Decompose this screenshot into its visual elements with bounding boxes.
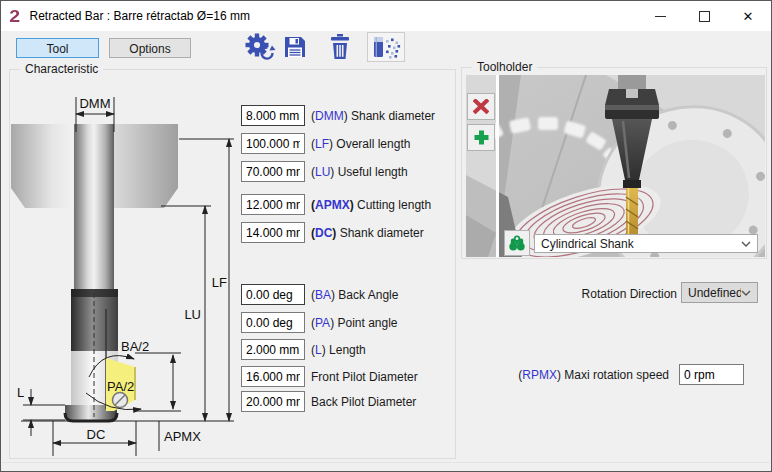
title-bar: 2 Retracted Bar : Barre rétractab Ø=16 m…	[1, 1, 771, 31]
rotation-direction-label: Rotation Direction	[521, 287, 677, 301]
back-pilot-input[interactable]	[241, 391, 305, 412]
lu-label: (LU) Useful length	[311, 165, 408, 179]
update-settings-icon	[244, 33, 276, 61]
dmm-input[interactable]	[241, 105, 305, 126]
tool-diagram: DMM LF LU BA/2 PA/2 L DC APMX	[11, 79, 241, 459]
maximize-button[interactable]	[682, 1, 726, 31]
characteristic-group-title: Characteristic	[20, 62, 103, 76]
bottom-divider	[2, 462, 770, 463]
diagram-label-ba2: BA/2	[121, 339, 149, 354]
delete-icon	[328, 34, 352, 60]
field-row-front-pilot: Front Pilot Diameter	[241, 366, 418, 387]
apmx-input[interactable]	[241, 194, 305, 215]
save-icon	[283, 35, 307, 59]
tool-editor-window: 2 Retracted Bar : Barre rétractab Ø=16 m…	[0, 0, 772, 472]
field-row-pa: (PA) Point angle	[241, 312, 398, 333]
chevron-down-icon	[741, 290, 751, 296]
remove-x-icon	[473, 99, 489, 114]
rotation-direction-select[interactable]: Undefined	[681, 282, 758, 303]
ba-input[interactable]	[241, 284, 305, 305]
diagram-label-dmm: DMM	[79, 96, 110, 111]
rotation-direction-value: Undefined	[688, 286, 741, 300]
field-row-dc: (DC) Shank diameter	[241, 222, 424, 243]
back-pilot-label: Back Pilot Diameter	[311, 395, 416, 409]
pa-label: (PA) Point angle	[311, 316, 398, 330]
shank-type-select[interactable]: Cylindrical Shank	[534, 234, 758, 253]
field-row-dmm: (DMM) Shank diameter	[241, 105, 435, 126]
lf-input[interactable]	[241, 133, 305, 154]
diagram-label-lu: LU	[184, 307, 201, 322]
dmm-label: (DMM) Shank diameter	[311, 109, 435, 123]
tab-options[interactable]: Options	[109, 38, 191, 58]
add-plus-icon	[473, 129, 490, 146]
shank-type-value: Cylindrical Shank	[541, 237, 741, 251]
close-icon: ✕	[743, 9, 754, 24]
browse-toolholder-button[interactable]	[504, 230, 530, 256]
chevron-down-icon	[741, 241, 751, 247]
field-row-l: (L) Length	[241, 339, 366, 360]
field-row-lf: (LF) Overall length	[241, 133, 410, 154]
minimize-icon	[655, 16, 666, 17]
app-logo-icon: 2	[9, 8, 20, 25]
delete-button[interactable]	[326, 32, 354, 62]
diagram-label-pa2: PA/2	[107, 379, 134, 394]
field-row-ba: (BA) Back Angle	[241, 284, 398, 305]
simulation-button[interactable]	[367, 32, 405, 62]
lu-input[interactable]	[241, 161, 305, 182]
window-title: Retracted Bar : Barre rétractab Ø=16 mm	[29, 9, 249, 23]
field-row-apmx: (APMX) Cutting length	[241, 194, 431, 215]
pa-input[interactable]	[241, 312, 305, 333]
diagram-label-dc: DC	[87, 427, 106, 442]
minimize-button[interactable]	[638, 1, 682, 31]
update-settings-button[interactable]	[243, 32, 277, 62]
add-toolholder-button[interactable]	[467, 124, 495, 151]
front-pilot-input[interactable]	[241, 366, 305, 387]
binoculars-icon	[508, 234, 526, 252]
dc-label: (DC) Shank diameter	[311, 226, 424, 240]
rpmx-label: (RPMX) Maxi rotation speed	[481, 368, 669, 382]
diagram-label-lf: LF	[212, 275, 227, 290]
ba-label: (BA) Back Angle	[311, 288, 398, 302]
save-button[interactable]	[281, 32, 309, 62]
front-pilot-label: Front Pilot Diameter	[311, 370, 418, 384]
diagram-label-l: L	[17, 385, 24, 400]
field-row-back-pilot: Back Pilot Diameter	[241, 391, 416, 412]
rpmx-input[interactable]	[679, 364, 744, 385]
remove-toolholder-button[interactable]	[467, 93, 495, 120]
tab-tool[interactable]: Tool	[16, 38, 99, 58]
simulation-icon	[370, 34, 402, 60]
diagram-label-apmx: APMX	[164, 429, 201, 444]
apmx-label: (APMX) Cutting length	[311, 198, 431, 212]
lf-label: (LF) Overall length	[311, 137, 410, 151]
maximize-icon	[699, 11, 710, 22]
l-input[interactable]	[241, 339, 305, 360]
toolholder-group-title: Toolholder	[472, 60, 537, 74]
field-row-lu: (LU) Useful length	[241, 161, 408, 182]
close-button[interactable]: ✕	[726, 1, 770, 31]
l-label: (L) Length	[311, 343, 366, 357]
dc-input[interactable]	[241, 222, 305, 243]
